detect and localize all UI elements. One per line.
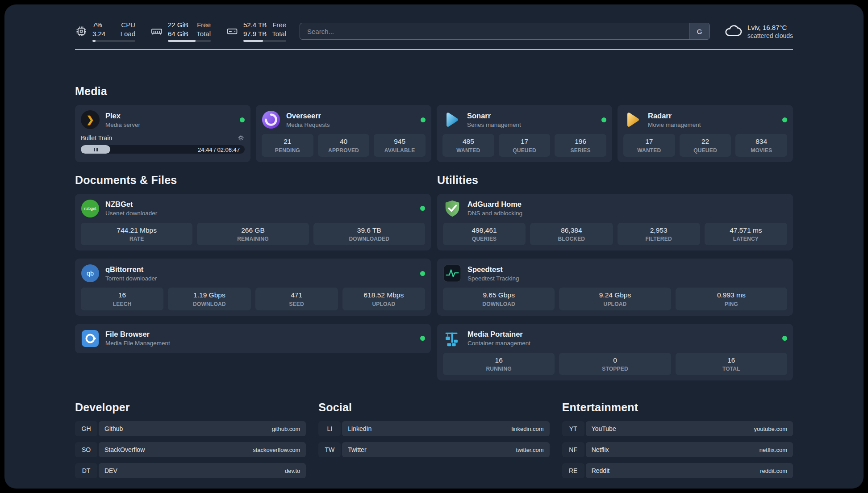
adguard-icon — [443, 199, 462, 218]
stat-block: 9.24 GbpsUPLOAD — [559, 288, 671, 310]
bookmark-name: Netflix — [592, 446, 609, 453]
service-card-qbittorrent[interactable]: qb qBittorrent Torrent downloader 16LEEC… — [75, 259, 431, 316]
section-media: Media ❯ Plex Media server Bullet Train — [75, 85, 793, 162]
bookmark-abbr: DT — [75, 463, 97, 478]
bookmark-name: Github — [104, 425, 123, 432]
bookmark-group-social: Social LI LinkedInlinkedin.com TW Twitte… — [318, 401, 549, 478]
media-progress-bar[interactable]: 24:44 / 02:06:47 — [81, 145, 245, 154]
service-card-radarr[interactable]: Radarr Movie management 17WANTED 22QUEUE… — [618, 105, 793, 162]
service-description: Usenet downloader — [105, 210, 157, 217]
playback-time: 24:44 / 02:06:47 — [198, 146, 240, 153]
memory-total: 64 GiB — [168, 29, 188, 38]
service-card-plex[interactable]: ❯ Plex Media server Bullet Train — [75, 105, 250, 162]
service-name: File Browser — [105, 330, 170, 338]
service-description: Media File Management — [105, 340, 170, 347]
svg-text:nzbget: nzbget — [84, 206, 96, 211]
status-dot — [601, 117, 606, 122]
radarr-icon — [623, 110, 642, 129]
memory-icon — [150, 25, 163, 38]
filebrowser-icon — [81, 329, 100, 348]
service-description: Media server — [105, 121, 140, 128]
disk-widget: 52.4 TBFree 97.9 TBTotal — [226, 21, 286, 42]
bookmark-url: dev.to — [285, 468, 300, 474]
cpu-label: CPU — [121, 21, 135, 29]
bookmark-name: StackOverflow — [104, 446, 145, 453]
service-card-portainer[interactable]: Media Portainer Container management 16R… — [437, 324, 793, 381]
service-card-filebrowser[interactable]: File Browser Media File Management — [75, 324, 431, 353]
bookmark-youtube[interactable]: YT YouTubeyoutube.com — [562, 421, 793, 436]
bookmark-github[interactable]: GH Githubgithub.com — [75, 421, 306, 436]
bookmark-stackoverflow[interactable]: SO StackOverflowstackoverflow.com — [75, 442, 306, 457]
service-name: AdGuard Home — [467, 200, 522, 209]
stat-block: 196SERIES — [555, 134, 606, 157]
service-name: NZBGet — [105, 200, 157, 209]
service-description: Speedtest Tracking — [467, 275, 519, 282]
stat-block: 471SEED — [255, 288, 338, 310]
status-dot — [782, 336, 787, 341]
memory-free: 22 GiB — [168, 21, 188, 29]
disk-total: 97.9 TB — [243, 29, 267, 38]
search-input[interactable] — [300, 23, 689, 39]
bookmark-name: Reddit — [592, 467, 609, 474]
pause-button[interactable] — [81, 145, 110, 154]
service-name: Sonarr — [467, 112, 521, 120]
bookmark-abbr: TW — [318, 442, 341, 457]
bookmark-abbr: YT — [562, 421, 584, 436]
section-title-utilities: Utilities — [437, 174, 793, 187]
service-card-nzbget[interactable]: nzbget NZBGet Usenet downloader 744.21 M… — [75, 194, 431, 251]
service-card-adguard[interactable]: AdGuard Home DNS and adblocking 498,461Q… — [437, 194, 793, 251]
bookmark-reddit[interactable]: RE Redditreddit.com — [562, 463, 793, 478]
search-bar: G — [300, 23, 710, 40]
memory-usage-bar — [168, 40, 211, 42]
bookmark-group-developer: Developer GH Githubgithub.com SO StackOv… — [75, 401, 306, 478]
section-title-social: Social — [318, 401, 549, 414]
stat-block: 9.65 GbpsDOWNLOAD — [443, 288, 555, 310]
status-dot — [420, 271, 425, 276]
stat-block: 40APPROVED — [318, 134, 370, 157]
disk-free-label: Free — [272, 21, 286, 29]
bookmark-url: stackoverflow.com — [253, 447, 300, 453]
portainer-icon — [443, 329, 462, 348]
stat-block: 86,384BLOCKED — [530, 223, 613, 246]
stat-block: 945AVAILABLE — [374, 134, 426, 157]
service-name: Plex — [105, 112, 140, 120]
dashboard-panel: 7%CPU 3.24Load 22 GiBFree 64 GiBTotal — [4, 4, 864, 489]
cpu-load: 3.24 — [92, 29, 105, 38]
bookmark-abbr: NF — [562, 442, 584, 457]
cpu-icon — [75, 25, 88, 38]
service-name: Media Portainer — [467, 330, 530, 338]
service-description: DNS and adblocking — [467, 210, 522, 217]
topbar-divider — [75, 49, 793, 50]
overseerr-icon — [262, 110, 280, 129]
gear-icon[interactable] — [237, 134, 245, 142]
disk-free: 52.4 TB — [243, 21, 267, 29]
bookmark-name: LinkedIn — [348, 425, 371, 432]
stat-block: 17WANTED — [623, 134, 675, 157]
qbittorrent-icon: qb — [81, 264, 100, 283]
stat-block: 485WANTED — [442, 134, 494, 157]
bookmark-linkedin[interactable]: LI LinkedInlinkedin.com — [318, 421, 549, 436]
service-card-sonarr[interactable]: Sonarr Series management 485WANTED 17QUE… — [437, 105, 612, 162]
bookmark-twitter[interactable]: TW Twittertwitter.com — [318, 442, 549, 457]
service-card-speedtest[interactable]: Speedtest Speedtest Tracking 9.65 GbpsDO… — [437, 259, 793, 316]
disk-usage-bar — [243, 40, 286, 42]
bookmark-dev[interactable]: DT DEVdev.to — [75, 463, 306, 478]
service-description: Movie management — [648, 121, 701, 128]
service-name: Radarr — [648, 112, 701, 120]
bookmark-name: DEV — [104, 467, 117, 474]
bookmark-netflix[interactable]: NF Netflixnetflix.com — [562, 442, 793, 457]
service-description: Torrent downloader — [105, 275, 157, 282]
status-dot — [240, 117, 245, 122]
service-name: Overseerr — [286, 112, 330, 120]
stat-block: 266 GBREMAINING — [197, 223, 309, 246]
status-dot — [782, 117, 787, 122]
bookmark-url: twitter.com — [516, 447, 544, 453]
service-card-overseerr[interactable]: Overseerr Media Requests 21PENDING 40APP… — [256, 105, 431, 162]
weather-condition: scattered clouds — [747, 32, 793, 39]
search-provider-button[interactable]: G — [689, 23, 709, 39]
stat-block: 618.52 MbpsUPLOAD — [342, 288, 425, 310]
service-description: Media Requests — [286, 121, 330, 128]
bookmark-url: linkedin.com — [511, 426, 543, 432]
disk-total-label: Total — [272, 29, 286, 38]
section-title-developer: Developer — [75, 401, 306, 414]
